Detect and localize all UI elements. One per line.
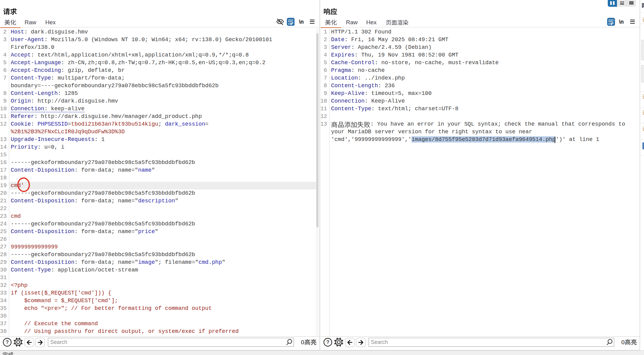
svg-text:?: ? <box>6 339 9 345</box>
svg-text:?: ? <box>326 339 329 345</box>
